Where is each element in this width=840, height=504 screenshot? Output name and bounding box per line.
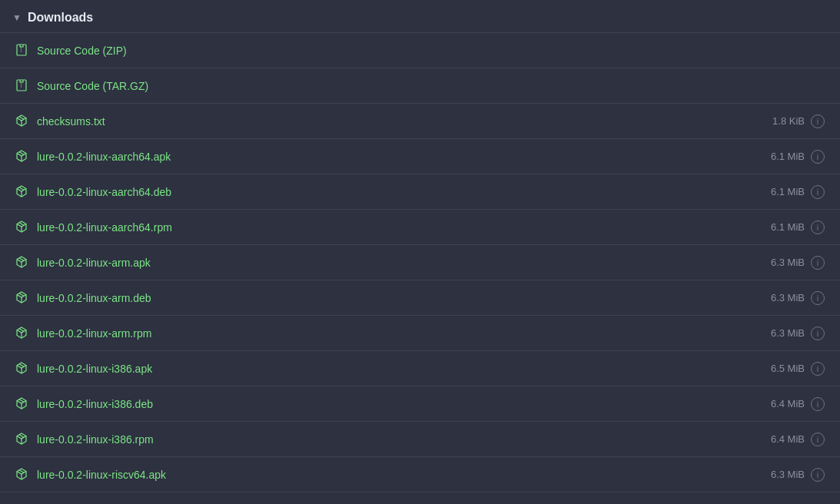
- download-item-left: lure-0.0.2-linux-arm.rpm: [15, 327, 151, 340]
- download-item-right: 6.4 MiB i: [771, 433, 825, 446]
- file-name[interactable]: checksums.txt: [37, 115, 105, 128]
- download-item-right: 6.3 MiB i: [771, 291, 825, 305]
- file-icon: [15, 44, 29, 58]
- file-name[interactable]: lure-0.0.2-linux-aarch64.apk: [37, 151, 171, 163]
- info-icon[interactable]: i: [811, 256, 825, 270]
- file-icon: [15, 327, 29, 340]
- file-name[interactable]: Source Code (ZIP): [37, 45, 127, 57]
- file-icon: [15, 256, 29, 270]
- info-icon[interactable]: i: [811, 468, 825, 482]
- file-size: 6.4 MiB: [771, 398, 805, 410]
- download-item[interactable]: lure-0.0.2-linux-arm.deb 6.3 MiB i: [0, 280, 840, 316]
- download-item[interactable]: lure-0.0.2-linux-arm.rpm 6.3 MiB i: [0, 316, 840, 351]
- file-name[interactable]: lure-0.0.2-linux-arm.deb: [37, 292, 151, 304]
- downloads-section: ▼ Downloads Source Code (ZIP) Source Cod…: [0, 0, 840, 499]
- download-item[interactable]: lure-0.0.2-linux-aarch64.deb 6.1 MiB i: [0, 174, 840, 210]
- info-icon[interactable]: i: [811, 291, 825, 305]
- download-item-left: lure-0.0.2-linux-arm.deb: [15, 291, 151, 305]
- download-item[interactable]: lure-0.0.2-linux-aarch64.rpm 6.1 MiB i: [0, 210, 840, 245]
- info-icon[interactable]: i: [811, 150, 825, 164]
- file-icon: [15, 79, 29, 93]
- file-name[interactable]: lure-0.0.2-linux-arm.apk: [37, 257, 151, 269]
- download-item-right: 6.3 MiB i: [771, 256, 825, 270]
- download-item-left: lure-0.0.2-linux-i386.deb: [15, 397, 153, 411]
- file-icon: [15, 362, 29, 376]
- file-icon: [15, 468, 29, 482]
- download-item-left: lure-0.0.2-linux-aarch64.rpm: [15, 220, 172, 234]
- file-name[interactable]: lure-0.0.2-linux-i386.rpm: [37, 433, 154, 446]
- info-icon[interactable]: i: [811, 114, 825, 128]
- info-icon[interactable]: i: [811, 220, 825, 234]
- download-item[interactable]: Source Code (ZIP): [0, 33, 840, 68]
- download-item[interactable]: lure-0.0.2-linux-riscv64.apk 6.3 MiB i: [0, 457, 840, 492]
- download-item-right: 6.3 MiB i: [771, 327, 825, 340]
- download-item-left: lure-0.0.2-linux-aarch64.apk: [15, 150, 171, 164]
- download-item-left: lure-0.0.2-linux-i386.rpm: [15, 433, 154, 446]
- file-size: 6.3 MiB: [771, 327, 805, 339]
- download-item-left: lure-0.0.2-linux-aarch64.deb: [15, 185, 171, 199]
- file-name[interactable]: lure-0.0.2-linux-i386.deb: [37, 398, 153, 410]
- file-name[interactable]: lure-0.0.2-linux-aarch64.deb: [37, 186, 171, 198]
- file-name[interactable]: lure-0.0.2-linux-i386.apk: [37, 363, 152, 375]
- file-size: 6.5 MiB: [771, 363, 805, 374]
- download-item[interactable]: lure-0.0.2-linux-i386.deb 6.4 MiB i: [0, 386, 840, 422]
- file-size: 6.3 MiB: [771, 469, 805, 480]
- file-size: 6.4 MiB: [771, 433, 805, 445]
- file-icon: [15, 185, 29, 199]
- file-name[interactable]: lure-0.0.2-linux-arm.rpm: [37, 327, 151, 340]
- download-item-right: 6.4 MiB i: [771, 397, 825, 411]
- file-icon: [15, 397, 29, 411]
- chevron-icon: ▼: [12, 12, 22, 23]
- download-item[interactable]: checksums.txt 1.8 KiB i: [0, 104, 840, 139]
- file-name[interactable]: lure-0.0.2-linux-aarch64.rpm: [37, 221, 172, 234]
- file-size: 6.1 MiB: [771, 151, 805, 162]
- download-item[interactable]: lure-0.0.2-linux-i386.rpm 6.4 MiB i: [0, 422, 840, 457]
- download-item-right: 6.1 MiB i: [771, 150, 825, 164]
- file-icon: [15, 433, 29, 446]
- file-icon: [15, 150, 29, 164]
- file-icon: [15, 220, 29, 234]
- download-item-left: lure-0.0.2-linux-arm.apk: [15, 256, 151, 270]
- downloads-title: Downloads: [28, 11, 93, 25]
- download-item-right: 6.1 MiB i: [771, 185, 825, 199]
- file-size: 6.1 MiB: [771, 186, 805, 197]
- file-size: 6.1 MiB: [771, 221, 805, 233]
- info-icon[interactable]: i: [811, 362, 825, 376]
- download-item[interactable]: lure-0.0.2-linux-aarch64.apk 6.1 MiB i: [0, 139, 840, 174]
- download-item-right: 6.5 MiB i: [771, 362, 825, 376]
- file-name[interactable]: lure-0.0.2-linux-riscv64.apk: [37, 469, 166, 481]
- download-item-right: 6.3 MiB i: [771, 468, 825, 482]
- download-item-left: Source Code (ZIP): [15, 44, 127, 58]
- download-item-left: lure-0.0.2-linux-i386.apk: [15, 362, 152, 376]
- download-item-left: checksums.txt: [15, 114, 105, 128]
- info-icon[interactable]: i: [811, 327, 825, 340]
- download-item-right: 6.1 MiB i: [771, 220, 825, 234]
- download-item-left: lure-0.0.2-linux-riscv64.apk: [15, 468, 166, 482]
- file-icon: [15, 291, 29, 305]
- file-icon: [15, 114, 29, 128]
- download-item[interactable]: lure-0.0.2-linux-arm.apk 6.3 MiB i: [0, 245, 840, 280]
- info-icon[interactable]: i: [811, 397, 825, 411]
- info-icon[interactable]: i: [811, 433, 825, 446]
- file-size: 6.3 MiB: [771, 257, 805, 268]
- download-item[interactable]: lure-0.0.2-linux-i386.apk 6.5 MiB i: [0, 351, 840, 386]
- downloads-header[interactable]: ▼ Downloads: [0, 6, 840, 32]
- file-name[interactable]: Source Code (TAR.GZ): [37, 80, 148, 92]
- file-size: 1.8 KiB: [772, 115, 805, 127]
- file-size: 6.3 MiB: [771, 292, 805, 303]
- download-item[interactable]: Source Code (TAR.GZ): [0, 68, 840, 104]
- info-icon[interactable]: i: [811, 185, 825, 199]
- downloads-list: Source Code (ZIP) Source Code (TAR.GZ): [0, 32, 840, 492]
- download-item-right: 1.8 KiB i: [772, 114, 825, 128]
- download-item-left: Source Code (TAR.GZ): [15, 79, 148, 93]
